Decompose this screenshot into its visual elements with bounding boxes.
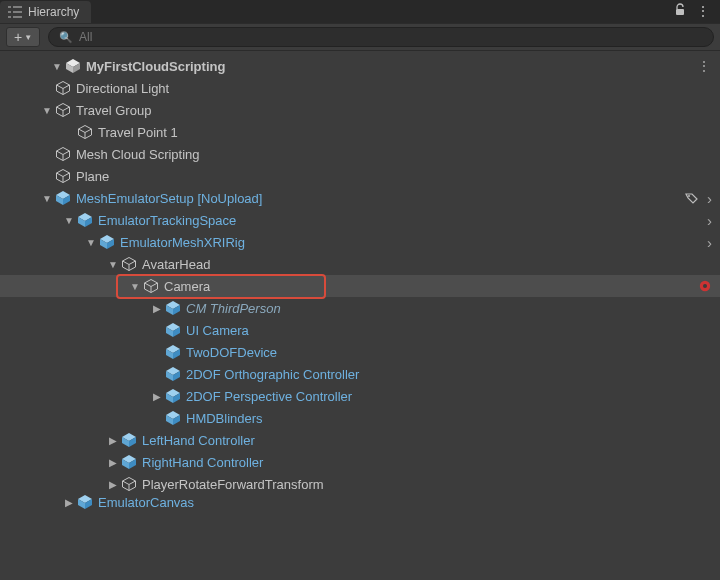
item-label: TwoDOFDevice: [186, 345, 277, 360]
expand-toggle[interactable]: ▶: [62, 125, 76, 139]
tree-row[interactable]: ▶UI Camera: [0, 319, 720, 341]
expand-toggle[interactable]: ▶: [106, 477, 120, 491]
prefab-cube-icon: [164, 343, 182, 361]
hierarchy-tab-label: Hierarchy: [28, 5, 79, 19]
tree-row[interactable]: ▶EmulatorCanvas: [0, 495, 720, 509]
expand-toggle[interactable]: ▶: [150, 389, 164, 403]
gameobject-cube-icon: [120, 475, 138, 493]
svg-rect-6: [676, 9, 684, 15]
item-label: Camera: [164, 279, 210, 294]
expand-toggle[interactable]: ▶: [62, 495, 76, 509]
gameobject-cube-icon: [54, 145, 72, 163]
prefab-cube-icon: [164, 387, 182, 405]
scene-menu-icon[interactable]: ⋮: [697, 58, 712, 74]
svg-marker-30: [123, 258, 136, 265]
scene-row[interactable]: ▼MyFirstCloudScripting⋮: [0, 55, 720, 77]
item-label: EmulatorMeshXRIRig: [120, 235, 245, 250]
expand-toggle[interactable]: ▶: [150, 411, 164, 425]
tree-row[interactable]: ▼Travel Group: [0, 99, 720, 121]
expand-toggle[interactable]: ▼: [84, 235, 98, 249]
create-dropdown-button[interactable]: + ▼: [6, 27, 40, 47]
search-input[interactable]: [79, 30, 703, 44]
gameobject-cube-icon: [76, 123, 94, 141]
tree-row[interactable]: ▶2DOF Perspective Controller: [0, 385, 720, 407]
open-prefab-icon[interactable]: ›: [707, 212, 712, 229]
svg-marker-12: [57, 104, 70, 111]
expand-toggle[interactable]: ▼: [62, 213, 76, 227]
tab-bar: Hierarchy ⋮: [0, 0, 720, 24]
prefab-cube-icon: [54, 189, 72, 207]
tree-row[interactable]: ▼EmulatorMeshXRIRig›: [0, 231, 720, 253]
tree-row[interactable]: ▶RightHand Controller: [0, 451, 720, 473]
expand-toggle[interactable]: ▶: [106, 455, 120, 469]
open-prefab-icon[interactable]: ›: [707, 190, 712, 207]
expand-toggle[interactable]: ▶: [150, 367, 164, 381]
expand-toggle[interactable]: ▼: [128, 279, 142, 293]
item-label: Travel Point 1: [98, 125, 178, 140]
item-label: EmulatorCanvas: [98, 495, 194, 509]
prefab-cube-icon: [120, 453, 138, 471]
tree-row[interactable]: ▶Travel Point 1: [0, 121, 720, 143]
expand-toggle[interactable]: ▶: [150, 301, 164, 315]
item-label: AvatarHead: [142, 257, 210, 272]
tree-row[interactable]: ▼EmulatorTrackingSpace›: [0, 209, 720, 231]
prefab-cube-icon: [164, 365, 182, 383]
expand-toggle[interactable]: ▶: [40, 169, 54, 183]
svg-marker-16: [57, 148, 70, 155]
tree-row[interactable]: ▶2DOF Orthographic Controller: [0, 363, 720, 385]
item-label: LeftHand Controller: [142, 433, 255, 448]
tree-row[interactable]: ▼Camera: [0, 275, 720, 297]
hierarchy-tab[interactable]: Hierarchy: [0, 1, 91, 23]
item-label: EmulatorTrackingSpace: [98, 213, 236, 228]
hierarchy-panel: Hierarchy ⋮ + ▼ 🔍 ▼MyFirstCloudScripting…: [0, 0, 720, 580]
item-label: 2DOF Orthographic Controller: [186, 367, 359, 382]
search-field[interactable]: 🔍: [48, 27, 714, 47]
item-label: 2DOF Perspective Controller: [186, 389, 352, 404]
expand-toggle[interactable]: ▼: [106, 257, 120, 271]
tag-icon: [685, 191, 699, 205]
expand-toggle[interactable]: ▼: [40, 191, 54, 205]
expand-toggle[interactable]: ▶: [150, 323, 164, 337]
item-label: Directional Light: [76, 81, 169, 96]
item-label: MeshEmulatorSetup [NoUpload]: [76, 191, 262, 206]
expand-toggle[interactable]: ▶: [106, 433, 120, 447]
unlock-icon[interactable]: [674, 3, 686, 20]
prefab-cube-icon: [76, 495, 94, 509]
scene-name-label: MyFirstCloudScripting: [86, 59, 225, 74]
expand-toggle[interactable]: ▼: [40, 103, 54, 117]
tree-row[interactable]: ▶PlayerRotateForwardTransform: [0, 473, 720, 495]
tree-row[interactable]: ▶TwoDOFDevice: [0, 341, 720, 363]
tree-row[interactable]: ▼AvatarHead: [0, 253, 720, 275]
prefab-cube-icon: [98, 233, 116, 251]
tree-row[interactable]: ▶Mesh Cloud Scripting: [0, 143, 720, 165]
svg-marker-10: [57, 82, 70, 89]
expand-toggle[interactable]: ▶: [150, 345, 164, 359]
item-label: PlayerRotateForwardTransform: [142, 477, 324, 492]
tree-row[interactable]: ▶Plane: [0, 165, 720, 187]
svg-marker-18: [57, 170, 70, 177]
gameobject-cube-icon: [120, 255, 138, 273]
item-label: RightHand Controller: [142, 455, 263, 470]
tree-row[interactable]: ▶LeftHand Controller: [0, 429, 720, 451]
tree-row[interactable]: ▶Directional Light: [0, 77, 720, 99]
tree-row[interactable]: ▶CM ThirdPerson: [0, 297, 720, 319]
scene-icon: [64, 57, 82, 75]
svg-marker-60: [123, 478, 136, 485]
missing-script-icon: [698, 279, 712, 293]
gameobject-cube-icon: [142, 277, 160, 295]
open-prefab-icon[interactable]: ›: [707, 234, 712, 251]
item-label: Plane: [76, 169, 109, 184]
expand-toggle[interactable]: ▶: [40, 147, 54, 161]
svg-marker-32: [145, 280, 158, 287]
hierarchy-tree[interactable]: ▼MyFirstCloudScripting⋮▶Directional Ligh…: [0, 51, 720, 580]
tree-row[interactable]: ▶HMDBlinders: [0, 407, 720, 429]
prefab-cube-icon: [164, 299, 182, 317]
hierarchy-list-icon: [8, 6, 22, 18]
expand-toggle[interactable]: ▼: [50, 59, 64, 73]
svg-point-35: [703, 284, 707, 288]
expand-toggle[interactable]: ▶: [40, 81, 54, 95]
prefab-cube-icon: [120, 431, 138, 449]
panel-menu-icon[interactable]: ⋮: [696, 3, 710, 19]
tree-row[interactable]: ▼MeshEmulatorSetup [NoUpload]›: [0, 187, 720, 209]
dropdown-caret-icon: ▼: [24, 33, 32, 42]
